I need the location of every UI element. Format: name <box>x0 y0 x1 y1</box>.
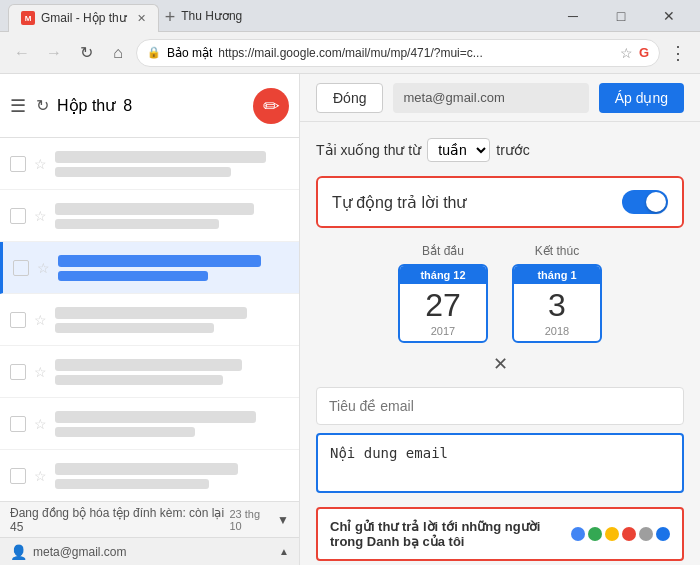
down-arrow-icon: ▼ <box>277 513 289 527</box>
end-day: 3 <box>514 284 600 325</box>
start-day: 27 <box>400 284 486 325</box>
dot-blue[interactable] <box>571 527 585 541</box>
email-checkbox[interactable] <box>10 416 26 432</box>
auto-reply-toggle[interactable] <box>622 190 668 214</box>
email-content <box>55 359 289 385</box>
email-list: ☆ ☆ ☆ <box>0 138 299 501</box>
addressbar-row: ← → ↻ ⌂ 🔒 Bảo mật https://mail.google.co… <box>0 32 700 74</box>
email-item-selected[interactable]: ☆ <box>0 242 299 294</box>
end-month: tháng 1 <box>514 266 600 284</box>
panel-header: Đóng meta@gmail.com Áp dụng <box>300 74 700 122</box>
minimize-button[interactable]: ─ <box>550 2 596 30</box>
status-bar: Đang đồng bộ hóa tệp đính kèm: còn lại 4… <box>0 501 299 537</box>
active-tab[interactable]: M Gmail - Hộp thư ✕ <box>8 4 159 32</box>
close-panel-button[interactable]: Đóng <box>316 83 383 113</box>
email-checkbox[interactable] <box>10 364 26 380</box>
panel-content: Tải xuống thư từ tuần trước Tự động trả … <box>300 122 700 565</box>
dot-gray[interactable] <box>639 527 653 541</box>
email-item[interactable]: ☆ <box>0 190 299 242</box>
sidebar: ☰ ↻ Hộp thư 8 ✏ ☆ ☆ <box>0 74 300 565</box>
email-item[interactable]: ☆ <box>0 450 299 501</box>
email-item[interactable]: ☆ <box>0 346 299 398</box>
auto-reply-label: Tự động trả lời thư <box>332 193 466 212</box>
email-content <box>58 255 289 281</box>
maximize-button[interactable]: □ <box>598 2 644 30</box>
email-checkbox[interactable] <box>10 208 26 224</box>
download-row: Tải xuống thư từ tuần trước <box>316 138 684 162</box>
refresh-button[interactable]: ↻ <box>36 96 49 115</box>
tab-bar: M Gmail - Hộp thư ✕ + <box>8 0 181 32</box>
account-arrow-icon[interactable]: ▲ <box>279 546 289 557</box>
body-input[interactable]: Nội dung email <box>316 433 684 493</box>
forward-button[interactable]: → <box>40 39 68 67</box>
end-year: 2018 <box>514 325 600 341</box>
email-content <box>55 203 289 229</box>
time-period-select[interactable]: tuần <box>427 138 490 162</box>
email-content <box>55 307 289 333</box>
address-bar[interactable]: 🔒 Bảo mật https://mail.google.com/mail/m… <box>136 39 660 67</box>
compose-button[interactable]: ✏ <box>253 88 289 124</box>
star-icon[interactable]: ☆ <box>37 260 50 276</box>
back-button[interactable]: ← <box>8 39 36 67</box>
email-snippet-bar <box>58 271 208 281</box>
user-name-display: Thu Hương <box>181 9 242 23</box>
email-snippet-bar <box>55 479 209 489</box>
start-date-card[interactable]: tháng 12 27 2017 <box>398 264 488 343</box>
security-icon: 🔒 <box>147 46 161 59</box>
star-icon[interactable]: ☆ <box>34 416 47 432</box>
new-tab-button[interactable]: + <box>159 4 182 32</box>
email-item[interactable]: ☆ <box>0 138 299 190</box>
tab-close-button[interactable]: ✕ <box>137 12 146 25</box>
email-sender-bar <box>55 359 242 371</box>
reload-button[interactable]: ↻ <box>72 39 100 67</box>
titlebar: M Gmail - Hộp thư ✕ + Thu Hương ─ □ ✕ <box>0 0 700 32</box>
start-year: 2017 <box>400 325 486 341</box>
end-date-card[interactable]: tháng 1 3 2018 <box>512 264 602 343</box>
gmail-tab-icon: M <box>21 11 35 25</box>
email-sender-bar <box>55 411 256 423</box>
window-controls: ─ □ ✕ <box>550 2 692 30</box>
home-button[interactable]: ⌂ <box>104 39 132 67</box>
email-checkbox[interactable] <box>10 156 26 172</box>
email-content <box>55 151 289 177</box>
inbox-title: Hộp thư <box>57 96 115 115</box>
start-month: tháng 12 <box>400 266 486 284</box>
email-snippet-bar <box>55 375 223 385</box>
email-sender-bar <box>55 203 254 215</box>
email-sender-bar <box>55 151 266 163</box>
star-icon[interactable]: ☆ <box>34 468 47 484</box>
bottom-option-text: Chỉ gửi thư trả lời tới những người tron… <box>330 519 563 549</box>
close-window-button[interactable]: ✕ <box>646 2 692 30</box>
apply-button[interactable]: Áp dụng <box>599 83 684 113</box>
star-icon[interactable]: ☆ <box>34 156 47 172</box>
end-date-col: Kết thúc tháng 1 3 2018 <box>512 244 602 343</box>
download-label-after: trước <box>496 142 530 158</box>
bookmark-icon[interactable]: ☆ <box>620 45 633 61</box>
email-snippet-bar <box>55 323 214 333</box>
star-icon[interactable]: ☆ <box>34 208 47 224</box>
email-checkbox[interactable] <box>10 312 26 328</box>
inbox-count: 8 <box>123 97 132 115</box>
hamburger-menu-button[interactable]: ☰ <box>10 95 26 117</box>
subject-input[interactable] <box>316 387 684 425</box>
star-icon[interactable]: ☆ <box>34 312 47 328</box>
browser-menu-button[interactable]: ⋮ <box>664 39 692 67</box>
gmail-toolbar: ☰ ↻ Hộp thư 8 ✏ <box>0 74 299 138</box>
email-checkbox[interactable] <box>13 260 29 276</box>
right-panel: Đóng meta@gmail.com Áp dụng Tải xuống th… <box>300 74 700 565</box>
dot-red[interactable] <box>622 527 636 541</box>
email-checkbox[interactable] <box>10 468 26 484</box>
remove-end-date-button[interactable]: ✕ <box>316 353 684 375</box>
dot-darkblue[interactable] <box>656 527 670 541</box>
dot-green[interactable] <box>588 527 602 541</box>
dot-yellow[interactable] <box>605 527 619 541</box>
star-icon[interactable]: ☆ <box>34 364 47 380</box>
account-email: meta@gmail.com <box>33 545 127 559</box>
email-content <box>55 411 289 437</box>
start-label: Bắt đầu <box>422 244 464 258</box>
email-item[interactable]: ☆ <box>0 294 299 346</box>
app-container: ☰ ↻ Hộp thư 8 ✏ ☆ ☆ <box>0 74 700 565</box>
email-item[interactable]: ☆ <box>0 398 299 450</box>
url-display: https://mail.google.com/mail/mu/mp/471/?… <box>218 46 614 60</box>
email-sender-bar <box>55 307 247 319</box>
